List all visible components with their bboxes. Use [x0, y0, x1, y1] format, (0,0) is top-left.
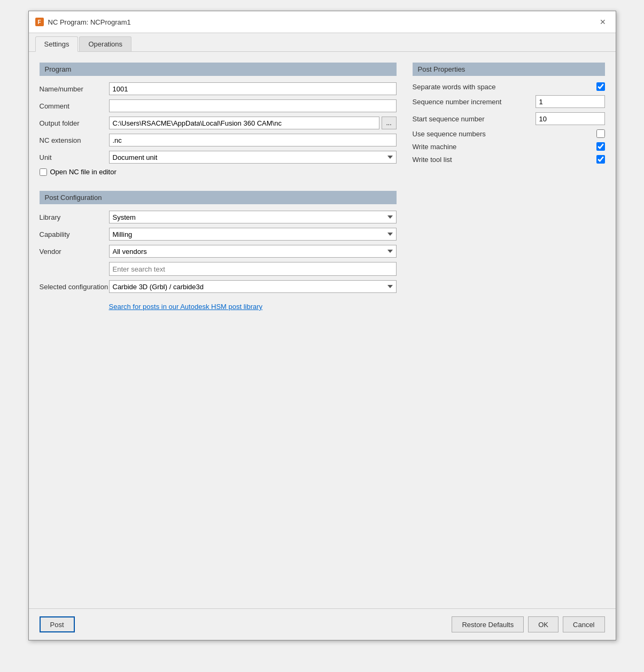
output-folder-label: Output folder [40, 119, 109, 127]
app-icon: F [35, 18, 44, 26]
vendor-label: Vendor [40, 248, 109, 256]
hsm-post-library-link[interactable]: Search for posts in our Autodesk HSM pos… [109, 303, 263, 311]
open-nc-group: Open NC file in editor [40, 168, 397, 176]
window-title: NC Program: NCProgram1 [48, 18, 131, 26]
tab-settings[interactable]: Settings [35, 36, 79, 52]
post-config-section: Post Configuration Library System Local … [40, 191, 397, 311]
output-folder-input[interactable] [109, 117, 379, 129]
sequence-increment-label: Sequence number increment [413, 98, 536, 106]
open-nc-label: Open NC file in editor [50, 168, 117, 176]
nc-extension-input[interactable] [109, 134, 397, 146]
separate-words-label: Separate words with space [413, 83, 596, 91]
title-bar: F NC Program: NCProgram1 ✕ [29, 11, 616, 33]
program-section: Program Name/number Comment Output folde… [40, 63, 397, 180]
write-tool-list-group: Write tool list [413, 155, 605, 164]
left-panel: Program Name/number Comment Output folde… [40, 63, 397, 311]
selected-config-select[interactable]: Carbide 3D (Grbl) / carbide3d [109, 280, 397, 293]
tab-operations[interactable]: Operations [79, 36, 131, 51]
bottom-right-buttons: Restore Defaults OK Cancel [452, 616, 604, 632]
separate-words-checkbox[interactable] [596, 82, 605, 91]
hsm-link-wrapper: Search for posts in our Autodesk HSM pos… [40, 297, 397, 311]
separate-words-group: Separate words with space [413, 82, 605, 91]
name-number-input[interactable] [109, 82, 397, 95]
comment-input[interactable] [109, 99, 397, 112]
post-button[interactable]: Post [40, 616, 75, 632]
unit-label: Unit [40, 153, 109, 161]
nc-extension-group: NC extension [40, 134, 397, 146]
name-number-label: Name/number [40, 85, 109, 93]
capability-select[interactable]: Milling Turning Jet [109, 228, 397, 241]
search-input[interactable] [109, 262, 397, 276]
library-select[interactable]: System Local Cloud [109, 211, 397, 223]
selected-config-label: Selected configuration [40, 283, 109, 291]
close-button[interactable]: ✕ [596, 16, 609, 28]
output-folder-input-group: ... [109, 117, 397, 129]
start-sequence-label: Start sequence number [413, 115, 536, 123]
output-folder-group: Output folder ... [40, 117, 397, 129]
title-bar-left: F NC Program: NCProgram1 [35, 18, 131, 26]
write-machine-checkbox[interactable] [596, 142, 605, 151]
selected-config-group: Selected configuration Carbide 3D (Grbl)… [40, 280, 397, 293]
use-sequence-group: Use sequence numbers [413, 129, 605, 138]
browse-button[interactable]: ... [382, 117, 397, 129]
write-tool-list-label: Write tool list [413, 156, 596, 164]
capability-group: Capability Milling Turning Jet [40, 228, 397, 241]
write-machine-label: Write machine [413, 143, 596, 151]
vendor-group: Vendor All vendors [40, 245, 397, 258]
tabs-bar: Settings Operations [29, 33, 616, 52]
start-sequence-input[interactable] [536, 112, 605, 125]
window-body: Program Name/number Comment Output folde… [29, 52, 616, 640]
start-sequence-group: Start sequence number [413, 112, 605, 125]
write-machine-group: Write machine [413, 142, 605, 151]
content-area: Program Name/number Comment Output folde… [29, 52, 616, 321]
post-properties-header: Post Properties [413, 63, 605, 76]
nc-extension-label: NC extension [40, 136, 109, 144]
post-config-header: Post Configuration [40, 191, 397, 204]
main-content: Program Name/number Comment Output folde… [29, 52, 616, 603]
search-wrapper [40, 262, 397, 276]
use-sequence-checkbox[interactable] [596, 129, 605, 138]
right-panel: Post Properties Separate words with spac… [413, 63, 605, 311]
unit-group: Unit Document unit Millimeters Inches [40, 151, 397, 164]
open-nc-checkbox[interactable] [40, 168, 47, 176]
name-number-group: Name/number [40, 82, 397, 95]
comment-label: Comment [40, 102, 109, 110]
program-section-header: Program [40, 63, 397, 76]
unit-select[interactable]: Document unit Millimeters Inches [109, 151, 397, 164]
bottom-left-buttons: Post [40, 616, 75, 632]
main-window: F NC Program: NCProgram1 ✕ Settings Oper… [28, 11, 616, 640]
write-tool-list-checkbox[interactable] [596, 155, 605, 164]
sequence-increment-group: Sequence number increment [413, 95, 605, 108]
library-group: Library System Local Cloud [40, 211, 397, 223]
sequence-increment-input[interactable] [536, 95, 605, 108]
library-label: Library [40, 213, 109, 221]
cancel-button[interactable]: Cancel [563, 616, 604, 632]
use-sequence-label: Use sequence numbers [413, 130, 596, 138]
capability-label: Capability [40, 230, 109, 238]
restore-defaults-button[interactable]: Restore Defaults [452, 616, 524, 632]
ok-button[interactable]: OK [528, 616, 558, 632]
bottom-bar: Post Restore Defaults OK Cancel [29, 608, 616, 640]
vendor-select[interactable]: All vendors [109, 245, 397, 258]
comment-group: Comment [40, 99, 397, 112]
